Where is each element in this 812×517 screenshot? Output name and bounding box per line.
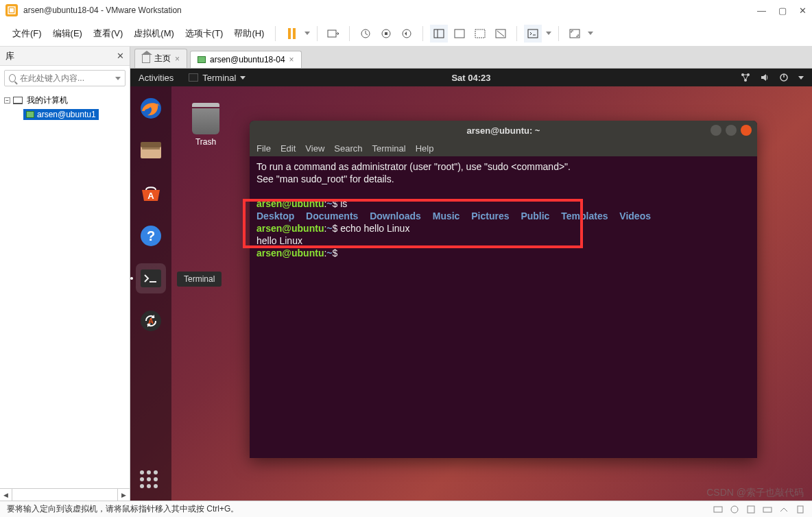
menu-view[interactable]: 查看(V) xyxy=(89,25,127,43)
view-stretch-icon[interactable] xyxy=(492,25,510,43)
library-close-button[interactable]: ✕ xyxy=(117,51,124,61)
terminal-icon xyxy=(189,73,198,82)
terminal-close-button[interactable] xyxy=(741,125,752,136)
dropdown-icon[interactable] xyxy=(798,76,804,80)
tree-vm-label: arsen@ubuntu1 xyxy=(37,110,96,119)
window-title: arsen@ubuntu18-04 - VMware Workstation xyxy=(23,5,182,15)
tab-bar: 主页 × arsen@ubuntu18-04 × xyxy=(130,47,812,69)
svg-rect-13 xyxy=(528,29,538,38)
status-device-icon[interactable] xyxy=(746,505,756,514)
svg-rect-27 xyxy=(141,269,161,287)
term-menu-terminal[interactable]: Terminal xyxy=(372,143,406,154)
dock-terminal[interactable] xyxy=(136,263,166,293)
terminal-titlebar[interactable]: arsen@ubuntu: ~ xyxy=(250,121,757,140)
trash-icon xyxy=(192,103,219,134)
dock-show-apps[interactable] xyxy=(140,470,162,492)
scroll-left-icon[interactable]: ◀ xyxy=(0,489,12,501)
minimize-button[interactable]: — xyxy=(757,5,766,16)
menu-edit[interactable]: 编辑(E) xyxy=(49,25,86,43)
svg-rect-7 xyxy=(434,29,444,38)
term-menu-file[interactable]: File xyxy=(256,143,271,154)
fullscreen-icon[interactable] xyxy=(566,25,584,43)
pause-button[interactable] xyxy=(283,25,300,43)
tab-home[interactable]: 主页 × xyxy=(134,49,187,68)
tab-close-icon[interactable]: × xyxy=(289,55,294,64)
library-scrollbar[interactable]: ◀ ▶ xyxy=(0,488,130,501)
terminal-maximize-button[interactable] xyxy=(726,125,737,136)
tab-close-icon[interactable]: × xyxy=(175,54,180,64)
console-icon[interactable] xyxy=(524,25,542,43)
term-menu-edit[interactable]: Edit xyxy=(280,143,296,154)
home-icon xyxy=(142,55,150,63)
computer-icon xyxy=(13,97,23,104)
svg-rect-32 xyxy=(748,506,754,513)
sound-icon[interactable] xyxy=(760,73,769,82)
dock-firefox[interactable] xyxy=(136,93,166,123)
dropdown-icon[interactable] xyxy=(115,77,121,80)
dropdown-icon[interactable] xyxy=(588,32,593,35)
terminal-body[interactable]: To run a command as administrator (user … xyxy=(250,156,757,458)
svg-text:?: ? xyxy=(147,228,155,243)
toolbar-send-icon[interactable] xyxy=(324,25,342,43)
menu-help[interactable]: 帮助(H) xyxy=(230,25,268,43)
svg-text:A: A xyxy=(147,191,154,201)
tree-root-label[interactable]: 我的计算机 xyxy=(27,95,68,106)
tab-vm-label: arsen@ubuntu18-04 xyxy=(210,55,285,64)
svg-point-31 xyxy=(731,506,738,513)
dock-tooltip: Terminal xyxy=(177,272,222,287)
search-icon xyxy=(9,74,16,82)
activities-button[interactable]: Activities xyxy=(139,73,174,83)
desktop-trash[interactable]: Trash xyxy=(192,103,219,147)
snapshot-revert-icon[interactable] xyxy=(398,25,416,43)
term-menu-view[interactable]: View xyxy=(305,143,324,154)
terminal-title: arsen@ubuntu: ~ xyxy=(467,125,540,136)
svg-rect-30 xyxy=(714,507,722,512)
dock-updater[interactable]: A xyxy=(136,306,166,336)
library-tree[interactable]: − 我的计算机 arsen@ubuntu1 xyxy=(0,91,130,124)
tree-collapse-icon[interactable]: − xyxy=(4,97,10,104)
scroll-right-icon[interactable]: ▶ xyxy=(117,489,130,501)
clock[interactable]: Sat 04:23 xyxy=(451,73,490,83)
terminal-minimize-button[interactable] xyxy=(710,125,721,136)
term-menu-help[interactable]: Help xyxy=(416,143,434,154)
tab-vm[interactable]: arsen@ubuntu18-04 × xyxy=(190,51,302,68)
status-device-icon[interactable] xyxy=(713,505,723,514)
network-icon[interactable] xyxy=(741,73,750,82)
library-search-input[interactable] xyxy=(20,73,110,83)
terminal-window[interactable]: arsen@ubuntu: ~ File Edit View Search Te… xyxy=(250,121,757,458)
snapshot-icon[interactable] xyxy=(357,25,374,43)
svg-line-12 xyxy=(497,31,504,36)
ubuntu-topbar: Activities Terminal Sat 04:23 xyxy=(130,69,812,86)
status-bar: 要将输入定向到该虚拟机，请将鼠标指针移入其中或按 Ctrl+G。 xyxy=(0,501,812,517)
close-button[interactable]: ✕ xyxy=(799,5,807,16)
view-single-icon[interactable] xyxy=(451,25,468,43)
svg-rect-22 xyxy=(141,142,161,147)
library-search[interactable] xyxy=(4,70,126,86)
dropdown-icon[interactable] xyxy=(546,32,551,35)
tree-vm-node[interactable]: arsen@ubuntu1 xyxy=(23,109,99,120)
status-device-icon[interactable] xyxy=(796,505,805,514)
menu-file[interactable]: 文件(F) xyxy=(8,25,46,43)
dropdown-icon xyxy=(240,76,246,80)
dock-help[interactable]: ? xyxy=(136,221,166,251)
status-device-icon[interactable] xyxy=(779,505,789,514)
maximize-button[interactable]: ▢ xyxy=(778,5,787,16)
guest-screen[interactable]: Activities Terminal Sat 04:23 A xyxy=(130,69,812,501)
dropdown-icon[interactable] xyxy=(304,32,310,35)
svg-text:A: A xyxy=(148,317,154,325)
status-device-icon[interactable] xyxy=(763,505,772,514)
view-split-icon[interactable] xyxy=(430,25,448,43)
svg-rect-2 xyxy=(328,30,336,37)
appmenu-terminal[interactable]: Terminal xyxy=(189,73,246,83)
menu-tabs[interactable]: 选项卡(T) xyxy=(181,25,228,43)
dock-files[interactable] xyxy=(136,136,166,166)
watermark: CSDN @索子也敲代码 xyxy=(706,487,804,499)
menu-vm[interactable]: 虚拟机(M) xyxy=(130,25,178,43)
status-device-icon[interactable] xyxy=(730,505,739,514)
view-unity-icon[interactable] xyxy=(471,25,489,43)
term-menu-search[interactable]: Search xyxy=(334,143,362,154)
vmware-menubar: 文件(F) 编辑(E) 查看(V) 虚拟机(M) 选项卡(T) 帮助(H) xyxy=(0,21,812,47)
power-icon[interactable] xyxy=(779,73,789,82)
snapshot-manage-icon[interactable] xyxy=(377,25,395,43)
dock-software[interactable]: A xyxy=(136,178,166,208)
